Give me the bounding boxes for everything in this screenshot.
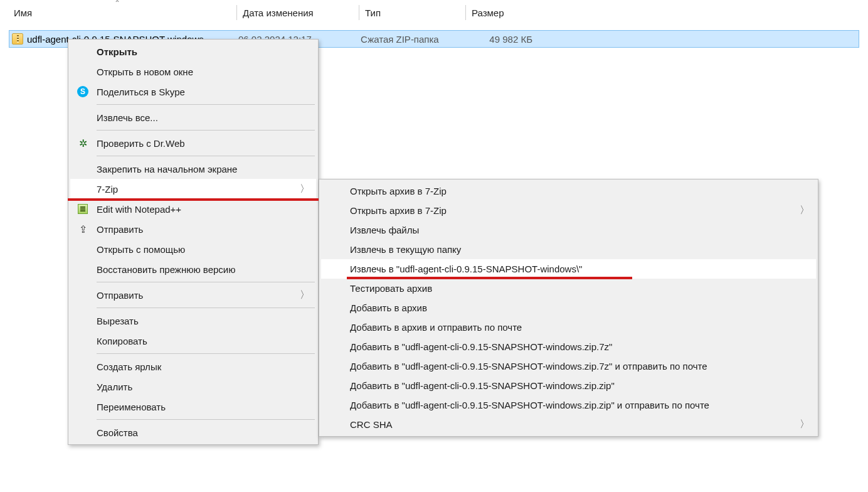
menu-label: Edit with Notepad++ — [97, 204, 181, 215]
column-header-size[interactable]: Размер — [465, 0, 547, 25]
ctx-send-to[interactable]: Отправить 〉 — [70, 285, 316, 305]
menu-label: Тестировать архив — [350, 283, 432, 294]
chevron-right-icon: 〉 — [300, 289, 310, 302]
menu-label: Отправить — [97, 224, 143, 235]
ctx-restore-previous[interactable]: Восстановить прежнюю версию — [70, 259, 316, 279]
menu-label: Извлечь в "udfl-agent-cli-0.9.15-SNAPSHO… — [350, 264, 582, 274]
ctx-copy[interactable]: Копировать — [70, 331, 316, 351]
menu-label: Открыть в новом окне — [97, 67, 193, 77]
menu-label: Свойства — [97, 427, 138, 438]
menu-label: Поделиться в Skype — [97, 87, 185, 97]
ctx-open[interactable]: Открыть — [70, 41, 316, 62]
ctx-edit-notepadpp[interactable]: Edit with Notepad++ — [70, 199, 316, 219]
ctx-drweb[interactable]: ✲ Проверить с Dr.Web — [70, 133, 316, 153]
menu-label: CRC SHA — [350, 419, 393, 430]
menu-label: Извлечь в текущую папку — [350, 244, 461, 255]
menu-label: Закрепить на начальном экране — [97, 164, 237, 174]
highlight-underline-icon — [347, 277, 632, 279]
context-menu: Открыть Открыть в новом окне S Поделитьс… — [68, 39, 319, 445]
sub-extract-to-folder[interactable]: Извлечь в "udfl-agent-cli-0.9.15-SNAPSHO… — [321, 259, 816, 279]
sub-test-archive[interactable]: Тестировать архив — [321, 279, 816, 298]
ctx-extract-all[interactable]: Извлечь все... — [70, 107, 316, 127]
sub-open-archive[interactable]: Открыть архив в 7-Zip — [321, 181, 816, 201]
column-header-row: Имя ⌃ Дата изменения Тип Размер — [0, 0, 868, 25]
ctx-send[interactable]: ⇪ Отправить — [70, 219, 316, 239]
sub-add-zip-email[interactable]: Добавить в "udfl-agent-cli-0.9.15-SNAPSH… — [321, 395, 816, 415]
ctx-share-skype[interactable]: S Поделиться в Skype — [70, 82, 316, 102]
zip-folder-icon — [12, 33, 23, 45]
ctx-delete[interactable]: Удалить — [70, 377, 316, 397]
ctx-create-shortcut[interactable]: Создать ярлык — [70, 356, 316, 377]
menu-separator — [97, 419, 315, 420]
notepadpp-icon — [77, 203, 89, 215]
chevron-right-icon: 〉 — [300, 183, 310, 196]
menu-label: Копировать — [97, 336, 147, 346]
ctx-properties[interactable]: Свойства — [70, 422, 316, 442]
menu-label: Проверить с Dr.Web — [97, 138, 185, 149]
sub-add-zip[interactable]: Добавить в "udfl-agent-cli-0.9.15-SNAPSH… — [321, 376, 816, 395]
menu-separator — [97, 130, 315, 131]
column-header-name[interactable]: Имя ⌃ — [14, 0, 236, 25]
menu-label: Добавить в "udfl-agent-cli-0.9.15-SNAPSH… — [350, 341, 612, 352]
menu-label: Открыть архив в 7-Zip — [350, 186, 447, 196]
skype-icon: S — [77, 85, 89, 98]
share-icon: ⇪ — [77, 223, 89, 235]
menu-separator — [97, 156, 315, 156]
ctx-open-with[interactable]: Открыть с помощью — [70, 239, 316, 259]
highlight-underline-icon — [68, 198, 319, 201]
drweb-icon: ✲ — [77, 137, 89, 149]
menu-label: Добавить в "udfl-agent-cli-0.9.15-SNAPSH… — [350, 361, 707, 372]
menu-label: Восстановить прежнюю версию — [97, 264, 235, 275]
menu-label: Извлечь файлы — [350, 225, 419, 235]
file-type: Сжатая ZIP-папка — [354, 34, 466, 45]
sub-open-archive-2[interactable]: Открыть архив в 7-Zip 〉 — [321, 201, 816, 220]
column-header-label: Размер — [465, 8, 504, 18]
chevron-right-icon: 〉 — [800, 418, 810, 431]
sort-caret-icon: ⌃ — [114, 0, 120, 8]
sub-extract-here[interactable]: Извлечь в текущую папку — [321, 240, 816, 259]
chevron-right-icon: 〉 — [800, 204, 810, 217]
ctx-7zip[interactable]: 7-Zip 〉 — [70, 179, 316, 199]
sub-extract-files[interactable]: Извлечь файлы — [321, 220, 816, 240]
menu-label: Добавить в "udfl-agent-cli-0.9.15-SNAPSH… — [350, 400, 709, 410]
menu-label: Открыть архив в 7-Zip — [350, 205, 447, 216]
file-size: 49 982 КБ — [466, 34, 535, 45]
sub-add-7z[interactable]: Добавить в "udfl-agent-cli-0.9.15-SNAPSH… — [321, 337, 816, 356]
menu-label: Создать ярлык — [97, 361, 161, 372]
menu-label: 7-Zip — [97, 184, 118, 195]
menu-label: Переименовать — [97, 402, 166, 412]
column-header-date[interactable]: Дата изменения — [236, 0, 359, 25]
menu-label: Отправить — [97, 290, 143, 301]
menu-label: Добавить в "udfl-agent-cli-0.9.15-SNAPSH… — [350, 380, 615, 391]
ctx-cut[interactable]: Вырезать — [70, 311, 316, 331]
menu-label: Открыть с помощью — [97, 244, 185, 255]
menu-label: Вырезать — [97, 316, 139, 326]
column-header-label: Тип — [359, 8, 381, 18]
menu-label: Удалить — [97, 382, 132, 392]
menu-label: Извлечь все... — [97, 112, 158, 123]
ctx-pin-start[interactable]: Закрепить на начальном экране — [70, 159, 316, 179]
menu-label: Добавить в архив — [350, 302, 427, 313]
ctx-open-new-window[interactable]: Открыть в новом окне — [70, 62, 316, 82]
column-header-label: Имя — [14, 8, 32, 18]
menu-separator — [97, 282, 315, 282]
menu-separator — [97, 353, 315, 354]
column-header-label: Дата изменения — [236, 8, 314, 18]
menu-separator — [97, 308, 315, 308]
sub-add-7z-email[interactable]: Добавить в "udfl-agent-cli-0.9.15-SNAPSH… — [321, 356, 816, 376]
menu-label: Добавить в архив и отправить по почте — [350, 322, 522, 333]
menu-label: Открыть — [97, 46, 137, 57]
sub-add-email[interactable]: Добавить в архив и отправить по почте — [321, 318, 816, 337]
menu-separator — [97, 104, 315, 105]
7zip-submenu: Открыть архив в 7-Zip Открыть архив в 7-… — [319, 179, 818, 437]
sub-add-archive[interactable]: Добавить в архив — [321, 298, 816, 318]
column-header-type[interactable]: Тип — [359, 0, 465, 25]
ctx-rename[interactable]: Переименовать — [70, 397, 316, 417]
sub-crc-sha[interactable]: CRC SHA 〉 — [321, 415, 816, 434]
